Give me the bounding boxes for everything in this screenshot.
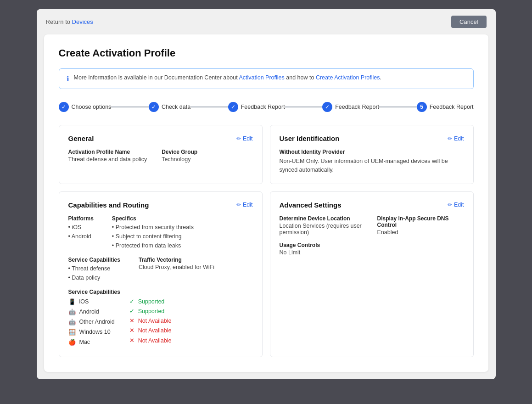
- stepper: ✓ Choose options ✓ Check data ✓ Feedback…: [59, 102, 474, 112]
- specific-2: Subject to content filtering: [112, 232, 194, 241]
- cap-row-ios: 📱 iOS: [68, 297, 115, 307]
- cards-grid: General ✏ Edit Activation Profile Name T…: [59, 125, 474, 357]
- step-4: ✓ Feedback Report: [322, 102, 379, 112]
- info-banner: ℹ More information is available in our D…: [59, 68, 474, 89]
- traffic-vectoring-label: Traffic Vectoring: [139, 257, 214, 263]
- cap-row-other-android: 🤖 Other Android: [68, 317, 115, 327]
- dns-control-value: Enabled: [377, 229, 464, 236]
- android-status-check-icon: ✓: [129, 307, 134, 316]
- cap-row-mac: 🍎 Mac: [68, 337, 115, 348]
- windows-status-x-icon: ✕: [129, 326, 134, 336]
- dns-control-label: Display in-App Secure DNS Control: [377, 215, 464, 228]
- top-bar: Return to Devices Cancel: [37, 9, 496, 34]
- status-windows: ✕ Not Available: [129, 326, 172, 336]
- step-3-check-icon: ✓: [228, 102, 238, 112]
- capabilities-card: Capabilities and Routing ✏ Edit Platform…: [59, 191, 263, 357]
- device-group-label: Device Group: [162, 149, 197, 155]
- step-2-label: Check data: [162, 104, 190, 110]
- usage-controls-field: Usage Controls No Limit: [280, 242, 366, 256]
- usage-controls-label: Usage Controls: [280, 242, 366, 248]
- general-card-header: General ✏ Edit: [68, 135, 253, 142]
- specifics-label: Specifics: [112, 215, 194, 222]
- traffic-vectoring-value: Cloud Proxy, enabled for WiFi: [139, 264, 214, 270]
- activation-profiles-link[interactable]: Activation Profiles: [239, 74, 284, 81]
- user-id-card-title: User Identification: [280, 135, 340, 142]
- platforms-col: Platforms iOS Android: [68, 215, 94, 250]
- cancel-button[interactable]: Cancel: [451, 16, 486, 28]
- platform-ios: iOS: [68, 223, 94, 232]
- service-cap-names: 📱 iOS 🤖 Android 🤖 Other Android: [68, 297, 115, 348]
- step-3-label: Feedback Report: [241, 104, 285, 110]
- general-fields-row: Activation Profile Name Threat defense a…: [68, 149, 253, 163]
- ios-status-check-icon: ✓: [129, 297, 134, 307]
- specifics-col: Specifics Protected from security threat…: [112, 215, 194, 250]
- platforms-label: Platforms: [68, 215, 94, 222]
- step-4-check-icon: ✓: [322, 102, 332, 112]
- capabilities-card-title: Capabilities and Routing: [68, 201, 149, 209]
- device-group-value: Technology: [162, 156, 197, 163]
- user-id-edit-icon: ✏: [448, 135, 452, 142]
- specific-1: Protected from security threats: [112, 223, 194, 232]
- capabilities-card-header: Capabilities and Routing ✏ Edit: [68, 201, 253, 209]
- activation-profile-name-value: Threat defense and data policy: [68, 156, 147, 163]
- advanced-card-header: Advanced Settings ✏ Edit: [280, 201, 464, 209]
- general-edit-button[interactable]: ✏ Edit: [236, 135, 253, 142]
- platforms-list: iOS Android: [68, 223, 94, 241]
- return-link-text: Return to Devices: [46, 18, 93, 25]
- service-caps-col: Service Capabilities Threat defense Data…: [68, 257, 120, 282]
- step-5-num-icon: 5: [417, 102, 427, 112]
- cap-row-windows: 🪟 Windows 10: [68, 327, 115, 337]
- mac-device-icon: 🍎: [68, 337, 76, 348]
- step-5: 5 Feedback Report: [417, 102, 474, 112]
- status-mac: ✕ Not Available: [129, 336, 172, 346]
- service-caps-traffic-row: Service Capabilities Threat defense Data…: [68, 257, 253, 282]
- general-card-title: General: [68, 135, 94, 142]
- specific-3: Protected from data leaks: [112, 241, 194, 250]
- general-card: General ✏ Edit Activation Profile Name T…: [59, 125, 263, 184]
- capabilities-edit-button[interactable]: ✏ Edit: [236, 202, 253, 208]
- user-id-description: Non-UEM Only. User information of UEM-ma…: [280, 157, 464, 174]
- page-container: Return to Devices Cancel Create Activati…: [37, 9, 496, 379]
- user-id-card-header: User Identification ✏ Edit: [280, 135, 464, 142]
- create-profiles-link[interactable]: Create Activation Profiles: [316, 74, 380, 81]
- service-caps-list: Threat defense Data policy: [68, 264, 120, 282]
- dns-control-field: Display in-App Secure DNS Control Enable…: [377, 215, 464, 236]
- advanced-edit-button[interactable]: ✏ Edit: [448, 202, 464, 208]
- service-cap-table-label: Service Capabilities: [68, 289, 253, 295]
- user-id-edit-button[interactable]: ✏ Edit: [448, 135, 464, 142]
- service-cap-statuses: ✓ Supported ✓ Supported ✕ Not Available: [129, 297, 172, 348]
- devices-link[interactable]: Devices: [72, 18, 93, 25]
- ios-device-icon: 📱: [68, 297, 76, 307]
- step-line-4: [379, 107, 417, 107]
- mac-status-x-icon: ✕: [129, 336, 134, 346]
- android-device-icon: 🤖: [68, 307, 76, 317]
- advanced-card-title: Advanced Settings: [280, 201, 342, 209]
- status-ios: ✓ Supported: [129, 297, 172, 307]
- advanced-settings-card: Advanced Settings ✏ Edit Determine Devic…: [270, 191, 474, 357]
- step-1: ✓ Choose options: [59, 102, 112, 112]
- device-group-field: Device Group Technology: [162, 149, 197, 163]
- step-1-label: Choose options: [72, 104, 112, 110]
- service-cap-table-section: Service Capabilities 📱 iOS 🤖 Android: [68, 289, 253, 348]
- status-other-android: ✕ Not Available: [129, 316, 172, 326]
- main-card: Create Activation Profile ℹ More informa…: [44, 34, 488, 372]
- activation-profile-name-field: Activation Profile Name Threat defense a…: [68, 149, 147, 163]
- service-cap-1: Threat defense: [68, 264, 120, 273]
- platforms-specifics-row: Platforms iOS Android Specifics Protecte…: [68, 215, 253, 250]
- step-3: ✓ Feedback Report: [228, 102, 285, 112]
- status-android: ✓ Supported: [129, 307, 172, 316]
- step-line-2: [190, 107, 228, 107]
- step-5-label: Feedback Report: [430, 104, 474, 110]
- step-2: ✓ Check data: [149, 102, 190, 112]
- usage-controls-value: No Limit: [280, 249, 366, 256]
- step-1-check-icon: ✓: [59, 102, 69, 112]
- device-location-value: Location Services (requires user permiss…: [280, 223, 366, 236]
- user-identification-card: User Identification ✏ Edit Without Ident…: [270, 125, 474, 184]
- without-id-provider-label: Without Identity Provider: [280, 149, 464, 155]
- page-title: Create Activation Profile: [59, 47, 474, 59]
- cap-row-android: 🤖 Android: [68, 307, 115, 317]
- info-text: More information is available in our Doc…: [74, 74, 382, 81]
- other-android-device-icon: 🤖: [68, 317, 76, 327]
- other-android-status-x-icon: ✕: [129, 316, 134, 326]
- step-4-label: Feedback Report: [335, 104, 379, 110]
